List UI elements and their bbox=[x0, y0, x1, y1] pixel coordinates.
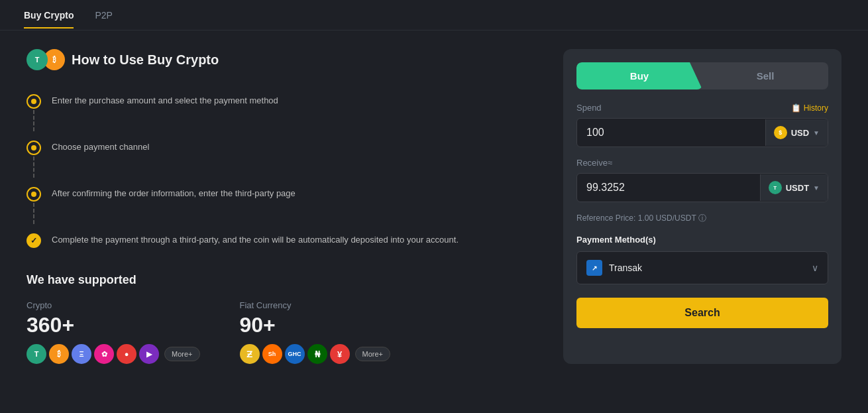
supported-title: We have supported bbox=[27, 273, 537, 287]
header-icons: T ₿ bbox=[27, 49, 65, 70]
search-button[interactable]: Search bbox=[576, 298, 828, 328]
history-icon: 📋 bbox=[791, 103, 801, 113]
crypto-col: Crypto 360+ T ₿ Ξ ✿ ● ▶ More+ bbox=[27, 300, 200, 364]
step-4: Complete the payment through a third-par… bbox=[27, 228, 537, 252]
page-title: How to Use Buy Crypto bbox=[72, 52, 219, 68]
step-3-text: After confirming the order information, … bbox=[52, 186, 296, 200]
coin-ngn: ₦ bbox=[307, 344, 327, 364]
buy-button[interactable]: Buy bbox=[576, 62, 702, 89]
left-panel: T ₿ How to Use Buy Crypto Enter the purc… bbox=[27, 49, 537, 364]
usdt-icon: T bbox=[769, 181, 782, 194]
receive-input[interactable] bbox=[577, 174, 760, 202]
buy-sell-toggle: Buy Sell bbox=[576, 62, 828, 89]
history-link[interactable]: 📋 History bbox=[791, 103, 828, 113]
coin-violet: ▶ bbox=[139, 344, 159, 364]
info-icon: ⓘ bbox=[698, 213, 706, 223]
usd-icon: $ bbox=[774, 126, 787, 139]
steps-list: Enter the purchase amount and select the… bbox=[27, 89, 537, 252]
step-4-bullet bbox=[27, 233, 41, 248]
step-3: After confirming the order information, … bbox=[27, 182, 537, 228]
crypto-label: Crypto bbox=[27, 300, 200, 310]
payment-selector[interactable]: ↗ Transak ∨ bbox=[576, 251, 828, 284]
fiat-coin-icons: Ƶ Sh GHC ₦ ¥ More+ bbox=[240, 344, 391, 364]
receive-label: Receive≈ bbox=[576, 158, 612, 168]
crypto-more-button[interactable]: More+ bbox=[164, 347, 200, 361]
fiat-count: 90+ bbox=[240, 313, 391, 337]
fiat-more-button[interactable]: More+ bbox=[355, 347, 391, 361]
main-content: T ₿ How to Use Buy Crypto Enter the purc… bbox=[0, 30, 868, 383]
right-panel: Buy Sell Spend 📋 History $ USD ▼ Receive… bbox=[563, 49, 841, 364]
coin-bitcoin: ₿ bbox=[49, 344, 69, 364]
coin-zec: Ƶ bbox=[240, 344, 260, 364]
step-3-bullet bbox=[27, 187, 41, 202]
step-4-text: Complete the payment through a third-par… bbox=[52, 232, 459, 247]
crypto-count: 360+ bbox=[27, 313, 200, 337]
supported-grid: Crypto 360+ T ₿ Ξ ✿ ● ▶ More+ Fiat Curre… bbox=[27, 300, 537, 364]
payment-name: Transak bbox=[609, 263, 642, 273]
nav-p2p[interactable]: P2P bbox=[84, 2, 123, 29]
coin-jpy: ¥ bbox=[330, 344, 350, 364]
coin-pink: ✿ bbox=[94, 344, 114, 364]
history-text: History bbox=[804, 103, 828, 113]
receive-currency-chevron: ▼ bbox=[813, 184, 820, 192]
spend-currency-selector[interactable]: $ USD ▼ bbox=[765, 119, 828, 146]
step-1-text: Enter the purchase amount and select the… bbox=[52, 93, 278, 107]
spend-currency-label: USD bbox=[791, 128, 809, 138]
spend-input-row: $ USD ▼ bbox=[576, 118, 828, 147]
tether-icon: T bbox=[27, 49, 48, 70]
fiat-col: Fiat Currency 90+ Ƶ Sh GHC ₦ ¥ More+ bbox=[240, 300, 391, 364]
nav-buy-crypto[interactable]: Buy Crypto bbox=[13, 2, 84, 29]
crypto-coin-icons: T ₿ Ξ ✿ ● ▶ More+ bbox=[27, 344, 200, 364]
spend-input[interactable] bbox=[577, 119, 765, 147]
coin-dot: ● bbox=[117, 344, 136, 364]
payment-chevron: ∨ bbox=[812, 263, 818, 273]
coin-ghc: GHC bbox=[285, 344, 305, 364]
step-1: Enter the purchase amount and select the… bbox=[27, 89, 537, 135]
ref-price-label: Reference Price: bbox=[576, 213, 635, 223]
spend-label-row: Spend 📋 History bbox=[576, 103, 828, 113]
coin-tether: T bbox=[27, 344, 46, 364]
coin-shib: Sh bbox=[262, 344, 282, 364]
receive-label-row: Receive≈ bbox=[576, 158, 828, 168]
step-2-text: Choose payment channel bbox=[52, 139, 149, 154]
page-header: T ₿ How to Use Buy Crypto bbox=[27, 49, 537, 70]
step-1-bullet bbox=[27, 94, 41, 109]
ref-price-value: 1.00 USD/USDT bbox=[638, 213, 696, 223]
spend-currency-chevron: ▼ bbox=[813, 129, 820, 137]
step-2: Choose payment channel bbox=[27, 135, 537, 182]
payment-left: ↗ Transak bbox=[586, 260, 642, 276]
payment-methods-label: Payment Method(s) bbox=[576, 235, 828, 245]
spend-label: Spend bbox=[576, 103, 602, 113]
ref-price: Reference Price: 1.00 USD/USDT ⓘ bbox=[576, 213, 828, 224]
sell-button[interactable]: Sell bbox=[702, 62, 828, 89]
fiat-label: Fiat Currency bbox=[240, 300, 391, 310]
top-nav: Buy Crypto P2P bbox=[0, 0, 868, 30]
coin-eth: Ξ bbox=[72, 344, 91, 364]
receive-currency-selector[interactable]: T USDT ▼ bbox=[760, 174, 828, 201]
receive-currency-label: USDT bbox=[786, 183, 809, 193]
step-2-bullet bbox=[27, 141, 41, 155]
transak-icon: ↗ bbox=[586, 260, 602, 276]
receive-input-row: T USDT ▼ bbox=[576, 173, 828, 202]
